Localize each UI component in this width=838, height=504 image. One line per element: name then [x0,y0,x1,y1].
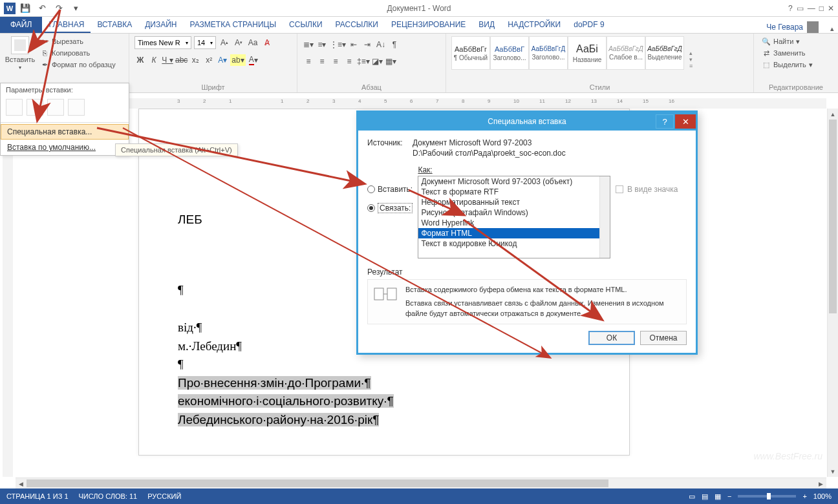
dialog-close-button[interactable]: ✕ [675,114,696,129]
avatar[interactable] [807,21,819,33]
paste-option-picture[interactable] [68,99,85,116]
scroll-right-icon[interactable]: ▶ [815,478,826,489]
account-name[interactable]: Че Гевара [766,23,803,32]
font-color-icon[interactable]: A▾ [248,54,259,66]
tab-dopdf[interactable]: doPDF 9 [567,17,610,33]
radio-link[interactable]: Связать: [367,203,413,213]
styles-gallery[interactable]: АаБбВвГг¶ Обычный АаБбВвГЗаголово... АаБ… [451,36,684,82]
list-item[interactable]: Документ Microsoft Word 97-2003 (объект) [418,176,610,187]
view-read-icon[interactable]: ▭ [689,492,695,501]
scroll-thumb-h[interactable] [27,479,608,487]
paste-default-menuitem[interactable]: Вставка по умолчанию... [1,140,129,155]
style-heading1[interactable]: АаБбВвГЗаголово... [490,36,529,70]
underline-button[interactable]: Ч ▾ [162,54,173,66]
font-size-combo[interactable]: 14▾ [194,36,216,49]
vertical-scrollbar[interactable]: ▲ ▼ [827,109,838,477]
shrink-font-icon[interactable]: A▾ [233,37,244,48]
style-title[interactable]: АаБіНазвание [568,36,607,70]
superscript-button[interactable]: x² [203,54,215,66]
minimize-button[interactable]: — [808,4,815,13]
change-case-icon[interactable]: Aa [247,37,259,48]
bullets-icon[interactable]: ≣▾ [303,39,314,50]
zoom-slider[interactable] [738,495,796,498]
clear-format-icon[interactable]: A̷ [261,37,273,48]
status-words[interactable]: ЧИСЛО СЛОВ: 11 [79,492,138,500]
list-item-selected[interactable]: Формат HTML [418,228,610,238]
subscript-button[interactable]: x₂ [189,54,201,66]
format-painter-button[interactable]: ✒Формат по образцу [38,59,118,70]
align-center-icon[interactable]: ≡ [316,56,328,67]
collapse-ribbon-icon[interactable]: ▴ [830,25,834,33]
paste-option-text-only[interactable] [47,99,64,116]
list-item[interactable]: Текст в кодировке Юникод [418,238,610,249]
scroll-up-icon[interactable]: ▲ [828,109,838,120]
justify-icon[interactable]: ≡ [343,56,355,67]
indent-inc-icon[interactable]: ⇥ [361,39,373,50]
paste-button[interactable]: Вставить ▾ [5,36,35,82]
paste-option-merge[interactable] [27,99,43,116]
redo-icon[interactable]: ↷ [52,1,66,16]
align-right-icon[interactable]: ≡ [330,56,341,67]
tab-design[interactable]: ДИЗАЙН [138,17,183,33]
bold-button[interactable]: Ж [134,54,146,66]
zoom-value[interactable]: 100% [813,492,832,500]
help-icon[interactable]: ? [788,4,793,13]
zoom-in-icon[interactable]: + [802,492,806,500]
scroll-thumb-v[interactable] [829,120,837,313]
tab-review[interactable]: РЕЦЕНЗИРОВАНИЕ [385,17,472,33]
qat-customize-icon[interactable]: ▾ [69,1,83,16]
view-web-icon[interactable]: ▦ [714,492,721,501]
find-button[interactable]: 🔍Найти ▾ [759,36,815,47]
text-effects-icon[interactable]: A▾ [217,54,228,66]
numbering-icon[interactable]: ≡▾ [316,39,328,50]
style-heading2[interactable]: АаБбВвГгДЗаголово... [529,36,568,70]
save-icon[interactable]: 💾 [18,1,32,16]
dialog-help-button[interactable]: ? [656,114,674,129]
show-marks-icon[interactable]: ¶ [389,39,400,50]
maximize-button[interactable]: □ [819,4,824,13]
style-normal[interactable]: АаБбВвГг¶ Обычный [451,36,490,70]
status-lang[interactable]: РУССКИЙ [147,492,181,500]
shading-icon[interactable]: ◪▾ [372,56,383,67]
list-item[interactable]: Текст в формате RTF [418,187,610,197]
tab-references[interactable]: ССЫЛКИ [283,17,328,33]
horizontal-scrollbar[interactable]: ◀ ▶ [16,478,826,488]
listbox-scrollbar[interactable] [599,176,610,258]
font-name-combo[interactable]: Times New R▾ [134,36,191,49]
strike-button[interactable]: abc [175,54,188,66]
tab-layout[interactable]: РАЗМЕТКА СТРАНИЦЫ [184,17,283,33]
highlight-icon[interactable]: ab▾ [230,54,245,66]
align-left-icon[interactable]: ≡ [303,56,314,67]
sort-icon[interactable]: A↓ [375,39,387,50]
tab-addins[interactable]: НАДСТРОЙКИ [501,17,567,33]
tab-mailings[interactable]: РАССЫЛКИ [329,17,385,33]
scroll-down-icon[interactable]: ▼ [828,466,838,477]
style-emphasis[interactable]: АаБбВвГгДВыделение [645,36,684,70]
paste-special-menuitem[interactable]: Специальная вставка... [1,124,129,140]
line-spacing-icon[interactable]: ‡≡▾ [357,56,370,67]
style-subtle[interactable]: АаБбВвГгДСлабое в... [607,36,645,70]
vertical-ruler[interactable] [3,109,13,477]
close-button[interactable]: ✕ [828,4,834,13]
horizontal-ruler[interactable]: 321 123 456 789 101112 131415 16 [16,98,826,109]
list-item[interactable]: Неформатированный текст [418,197,610,207]
ribbon-display-icon[interactable]: ▭ [797,4,804,13]
tab-file[interactable]: ФАЙЛ [0,17,42,33]
replace-button[interactable]: ⇄Заменить [759,48,815,58]
radio-insert[interactable]: Вставить: [367,185,413,194]
tab-view[interactable]: ВИД [472,17,501,33]
multilevel-icon[interactable]: ⋮≡▾ [330,39,346,50]
scroll-left-icon[interactable]: ◀ [16,478,27,489]
undo-icon[interactable]: ↶ [35,1,49,16]
select-button[interactable]: ⬚Выделить ▾ [759,59,815,70]
list-item[interactable]: Рисунок (метафайл Windows) [418,207,610,218]
cut-button[interactable]: ✂Вырезать [38,36,118,47]
borders-icon[interactable]: ▦▾ [385,56,397,67]
cancel-button[interactable]: Отмена [640,331,687,345]
tab-insert[interactable]: ВСТАВКА [91,17,138,33]
tab-home[interactable]: ГЛАВНАЯ [42,17,91,33]
zoom-out-icon[interactable]: − [727,492,731,500]
copy-button[interactable]: ⎘Копировать [38,48,118,58]
grow-font-icon[interactable]: A▴ [219,37,230,48]
format-listbox[interactable]: Документ Microsoft Word 97-2003 (объект)… [418,176,610,258]
